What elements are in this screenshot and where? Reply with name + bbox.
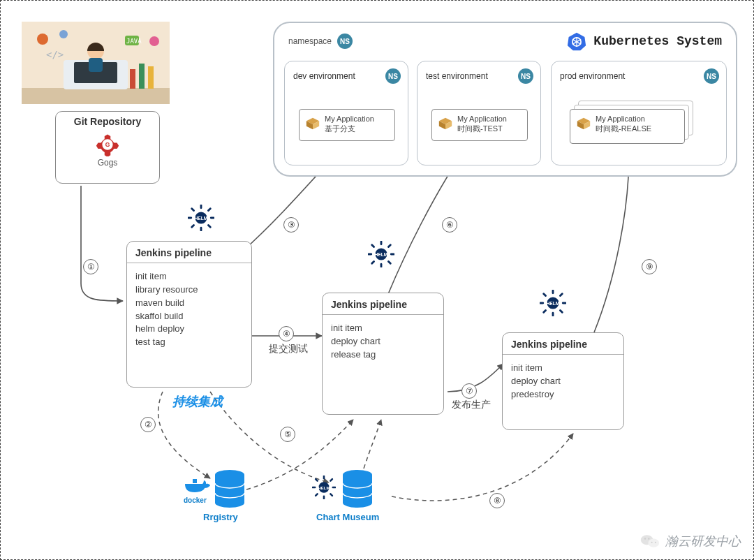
package-icon: [305, 116, 320, 131]
docker-whale-icon: [184, 476, 212, 495]
pipeline-2-box: Jenkins pipeline init item deploy chart …: [322, 293, 444, 415]
pipeline-1-step: helm deploy: [135, 323, 243, 336]
step-label-3: ③: [283, 217, 299, 233]
pipeline-1-body: init item library resource maven build s…: [127, 263, 251, 356]
annot-ci-highlight: 持续集成: [172, 393, 223, 410]
docker-product-label: docker: [184, 496, 207, 504]
svg-text:JAVA: JAVA: [126, 38, 142, 45]
app-test: My Application 时间戳-TEST: [431, 109, 528, 141]
env-dev-label: dev environment: [293, 71, 355, 81]
svg-rect-6: [89, 58, 103, 72]
svg-point-79: [651, 542, 653, 543]
svg-line-53: [560, 310, 562, 312]
svg-text:HELM: HELM: [318, 486, 330, 490]
namespace-badge-icon: NS: [337, 34, 353, 49]
env-prod-ns-icon: NS: [704, 68, 719, 84]
git-repository-box: Git Repository G Gogs: [55, 111, 160, 184]
svg-line-42: [372, 261, 374, 263]
pipeline-3-step: init item: [511, 362, 615, 375]
pipeline-3-step: predestroy: [511, 388, 615, 401]
footer-brand-text: 瀚云研发中心: [665, 533, 741, 550]
annot-commit-test: 提交测试: [269, 343, 308, 355]
pipeline-2-body: init item deploy chart release tag: [323, 315, 443, 369]
svg-text:</>: </>: [46, 49, 64, 60]
env-prod-label: prod environment: [560, 71, 625, 81]
helm-icon-pipeline-2: HELM: [368, 241, 394, 267]
step-label-5: ⑤: [280, 427, 295, 442]
app-test-sub: 时间戳-TEST: [457, 124, 507, 133]
svg-text:HELM: HELM: [195, 216, 208, 221]
step-label-9: ⑨: [642, 259, 657, 274]
pipeline-3-step: deploy chart: [511, 375, 615, 388]
diagram-canvas: </> JAVA Git Repository G Gogs nam: [0, 0, 754, 560]
helm-icon-chart-museum: HELM: [312, 476, 336, 499]
step-label-8: ⑧: [489, 493, 505, 508]
svg-point-76: [648, 539, 659, 547]
namespace-label: namespace: [288, 36, 332, 46]
env-test-label: test environment: [426, 71, 488, 81]
env-dev-ns-icon: NS: [385, 68, 401, 84]
svg-point-14: [149, 36, 159, 46]
svg-point-80: [655, 542, 656, 543]
developer-illustration: </> JAVA: [22, 22, 170, 104]
svg-line-41: [388, 245, 390, 247]
step-label-2: ②: [140, 417, 156, 432]
pipeline-2-step: deploy chart: [331, 335, 435, 348]
pipeline-2-title: Jenkins pipeline: [323, 293, 443, 315]
wechat-icon: [640, 533, 660, 550]
docker-registry-icon: [214, 470, 246, 508]
svg-line-43: [388, 261, 390, 263]
svg-line-30: [192, 209, 194, 211]
app-dev-sub: 基于分支: [325, 124, 374, 133]
app-prod-title: My Application: [596, 114, 651, 124]
app-dev-title: My Application: [325, 114, 374, 124]
pipeline-2-step: release tag: [331, 348, 435, 362]
pipeline-1-step: library resource: [135, 283, 243, 297]
svg-text:HELM: HELM: [375, 252, 388, 257]
svg-line-52: [544, 310, 546, 312]
namespace-header: namespace NS: [288, 34, 353, 49]
svg-line-51: [560, 294, 562, 296]
app-prod-sub: 时间戳-REALSE: [596, 124, 651, 133]
kubernetes-title-text: Kubernetes System: [593, 34, 722, 48]
kubernetes-title: Kubernetes System: [567, 31, 722, 51]
git-title: Git Repository: [56, 112, 159, 130]
helm-icon-pipeline-1: HELM: [188, 205, 214, 231]
svg-text:G: G: [105, 141, 110, 148]
pipeline-3-title: Jenkins pipeline: [503, 333, 623, 355]
svg-rect-8: [139, 64, 145, 89]
svg-line-32: [192, 225, 194, 227]
app-prod: My Application 时间戳-REALSE: [570, 109, 685, 144]
git-product-label: Gogs: [56, 158, 159, 172]
env-test-ns-icon: NS: [518, 68, 533, 84]
svg-line-72: [316, 494, 318, 496]
pipeline-3-body: init item deploy chart predestroy: [503, 355, 623, 408]
svg-point-64: [343, 498, 372, 508]
pipeline-3-box: Jenkins pipeline init item deploy chart …: [502, 332, 624, 430]
pipeline-1-title: Jenkins pipeline: [127, 242, 251, 263]
env-dev-box: dev environment NS My Application 基于分支: [284, 61, 408, 165]
docker-registry-label: Rrgistry: [203, 512, 238, 522]
app-test-title: My Application: [457, 114, 507, 124]
svg-rect-61: [193, 479, 197, 483]
footer-brand: 瀚云研发中心: [640, 533, 741, 550]
pipeline-1-box: Jenkins pipeline init item library resou…: [126, 241, 252, 388]
env-prod-box: prod environment NS My Application 时间戳-R…: [551, 61, 727, 165]
svg-line-40: [372, 245, 374, 247]
svg-point-57: [215, 498, 244, 508]
pipeline-2-step: init item: [331, 322, 435, 335]
svg-text:HELM: HELM: [547, 301, 560, 306]
annot-publish-prod: 发布生产: [452, 399, 491, 411]
helm-icon-pipeline-3: HELM: [540, 290, 566, 316]
pipeline-1-step: maven build: [135, 297, 243, 310]
app-dev: My Application 基于分支: [299, 109, 395, 141]
svg-line-73: [330, 494, 332, 496]
svg-line-50: [544, 294, 546, 296]
package-icon: [438, 116, 453, 131]
chart-museum-icon: [341, 470, 374, 508]
step-label-7: ⑦: [461, 383, 477, 399]
kubernetes-system-box: namespace NS Kubernetes System: [273, 22, 737, 177]
svg-rect-7: [130, 69, 135, 89]
step-label-1: ①: [83, 259, 98, 274]
step-label-6: ⑥: [442, 217, 457, 233]
